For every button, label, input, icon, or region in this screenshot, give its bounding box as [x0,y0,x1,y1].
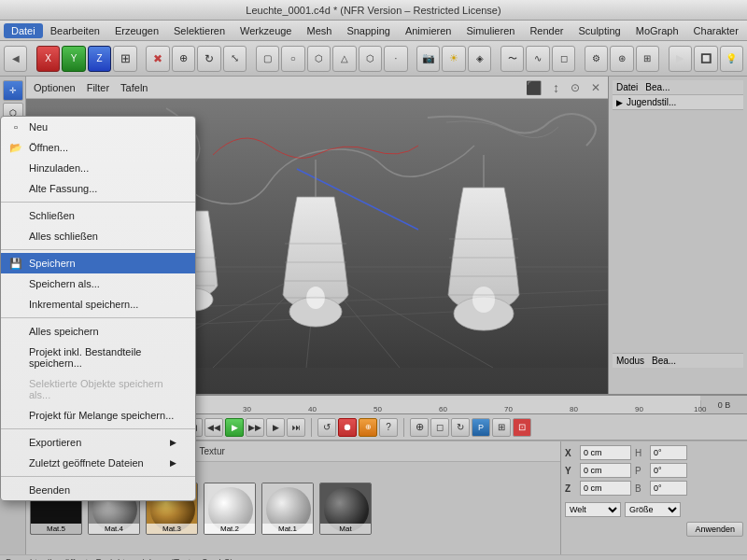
toolbar-scale-btn[interactable]: ⤡ [223,46,247,72]
sub-tafeln[interactable]: Tafeln [120,82,148,93]
toolbar-spline-btn[interactable]: ∿ [526,46,549,72]
right-bea-label[interactable]: Bea... [652,356,676,366]
menu-mesh[interactable]: Mesh [299,23,339,38]
left-tool-move[interactable]: ✛ [3,80,23,101]
toolbar-camera-btn[interactable]: 📷 [416,46,440,72]
toolbar-transform-btn[interactable]: ⊞ [113,46,136,72]
dd-inkremental[interactable]: Inkremental speichern... [1,294,195,315]
goto-end-btn[interactable]: ⏭ [287,418,305,437]
dd-oeffnen[interactable]: 📂 Öffnen... [1,137,195,158]
coord-space-select[interactable]: Welt Objekt [565,502,621,517]
coord-p-input[interactable] [650,463,687,478]
menu-snapping[interactable]: Snapping [339,23,398,38]
toolbar-edge-btn[interactable]: ⬡ [359,46,382,72]
viewport-icon-4[interactable]: ✕ [591,81,600,94]
toolbar-light-btn[interactable]: ☀ [442,46,465,72]
dd-alte-fassung[interactable]: Alte Fassung... [1,178,195,199]
dd-exportieren[interactable]: Exportieren ▶ [1,432,195,453]
toolbar-tool-1[interactable]: ✖ [146,46,169,72]
parking-btn[interactable]: P [472,418,490,437]
toolbar-magnet-btn[interactable]: ⚙ [585,46,608,72]
menu-bearbeiten[interactable]: Bearbeiten [43,23,107,38]
coord-mode-select[interactable]: Größe Position [625,502,681,517]
coord-b-input[interactable] [650,481,687,496]
toolbar-mode-y[interactable]: Y [62,46,85,72]
keyframe-btn[interactable]: ◻ [430,418,449,437]
toolbar-poly-btn[interactable]: △ [332,46,356,72]
right-panel-tab-datei[interactable]: Datei [616,82,638,92]
menu-charakter[interactable]: Charakter [686,23,746,38]
material-swatch-1[interactable]: Mat.1 [261,483,314,535]
animation-btn[interactable]: ↻ [451,418,470,437]
dd-schliessen[interactable]: Schließen [1,205,195,226]
sub-filter[interactable]: Filter [87,82,109,93]
toolbar-snap-btn[interactable]: ⊛ [610,46,633,72]
dd-projekt-bestandteile[interactable]: Projekt inkl. Bestandteile speichern... [1,342,195,373]
menu-render[interactable]: Render [522,23,571,38]
dd-speichern-als[interactable]: Speichern als... [1,273,195,294]
mat-tab-textur[interactable]: Textur [196,444,229,458]
toolbar-deform-btn[interactable]: 〜 [500,46,524,72]
viewport-icon-3[interactable]: ⊙ [571,81,580,94]
next-frame-btn[interactable]: ▶ [266,418,285,437]
sub-optionen[interactable]: Optionen [34,82,76,93]
loop-btn[interactable]: ↺ [317,418,336,437]
dd-melange[interactable]: Projekt für Melange speichern... [1,405,195,426]
coord-h-input[interactable] [650,445,687,460]
toolbar-nurbs-btn[interactable]: ◻ [552,46,575,72]
options-play-btn[interactable]: ⊡ [513,418,531,437]
menu-animieren[interactable]: Animieren [398,23,459,38]
record-help-btn[interactable]: ? [379,418,398,437]
play-btn[interactable]: ▶ [225,418,244,437]
grid-play-btn[interactable]: ⊞ [492,418,511,437]
dd-beenden[interactable]: Beenden [1,480,195,500]
dd-hinzuladen-label: Hinzuladen... [29,162,89,174]
toolbar-point-btn[interactable]: · [384,46,407,72]
dd-neu-label: Neu [29,121,48,133]
dd-hinzuladen[interactable]: Hinzuladen... [1,158,195,178]
viewport-icon-2[interactable]: ↕ [553,80,559,95]
record-btn[interactable]: ⏺ [338,418,357,437]
toolbar-paint-btn[interactable]: ⬡ [307,46,331,72]
menu-simulieren[interactable]: Simulieren [458,23,522,38]
toolbar-mode-z[interactable]: Z [88,46,111,72]
right-mode-label[interactable]: Modus [616,356,644,366]
coord-y-input[interactable] [580,463,631,478]
dd-neu[interactable]: ▫ Neu [1,117,195,137]
viewport-icon-1[interactable]: ⬛ [526,80,542,95]
menu-werkzeuge[interactable]: Werkzeuge [233,23,299,38]
toolbar-arrow-btn[interactable]: ◀ [4,46,27,72]
menu-selektieren[interactable]: Selektieren [166,23,233,38]
coord-z-input[interactable] [580,481,631,496]
dd-speichern[interactable]: 💾 Speichern [1,253,195,273]
dd-alles-schliessen[interactable]: Alles schließen [1,226,195,246]
coord-row-y: Y P [565,463,743,478]
prev-play-btn[interactable]: ◀◀ [204,418,223,437]
toolbar-tool-2[interactable]: ⊕ [172,46,195,72]
dd-zuletzt[interactable]: Zuletzt geöffnete Dateien ▶ [1,453,195,473]
toolbar-render-btn[interactable]: ▶ [669,46,692,72]
menu-sculpting[interactable]: Sculpting [571,23,627,38]
material-swatch-2[interactable]: Mat.2 [204,483,256,535]
toolbar-render3-btn[interactable]: 💡 [720,46,743,72]
toolbar-lasso-btn[interactable]: ○ [281,46,304,72]
toolbar-obj-btn[interactable]: ◈ [468,46,491,72]
material-swatch-0[interactable]: Mat [319,483,372,535]
toolbar-render2-btn[interactable]: 🔲 [694,46,717,72]
title-text: Leuchte_0001.c4d * (NFR Version – Restri… [246,5,500,16]
right-panel-expand-icon[interactable]: ▶ [616,98,623,107]
toolbar-mode-x[interactable]: X [36,46,60,72]
toolbar-grid-btn[interactable]: ⊞ [636,46,659,72]
next-play-btn[interactable]: ▶▶ [246,418,264,437]
coord-x-input[interactable] [580,445,631,460]
record-pos-btn[interactable]: ⊕ [359,418,377,437]
dd-alles-speichern[interactable]: Alles speichern [1,321,195,342]
snap-timeline-btn[interactable]: ⊕ [410,418,429,437]
right-panel-tab-bea[interactable]: Bea... [645,82,669,92]
menu-datei[interactable]: Datei [4,23,43,38]
toolbar-select-btn[interactable]: ▢ [256,46,279,72]
coord-apply-btn[interactable]: Anwenden [686,522,743,537]
menu-mograph[interactable]: MoGraph [628,23,686,38]
toolbar-rotate-btn[interactable]: ↻ [197,46,220,72]
menu-erzeugen[interactable]: Erzeugen [107,23,166,38]
